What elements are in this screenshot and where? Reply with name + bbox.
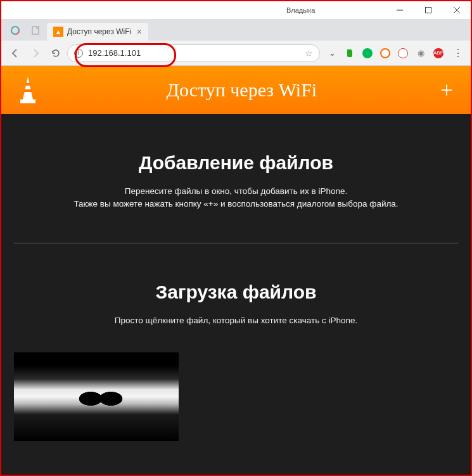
close-window-button[interactable]	[442, 1, 471, 19]
bookmark-star-icon[interactable]: ☆	[305, 48, 313, 58]
svg-rect-7	[25, 83, 30, 86]
page-header: Доступ через WiFi +	[1, 66, 471, 114]
svg-rect-6	[32, 27, 39, 34]
back-button[interactable]	[6, 44, 24, 62]
tab-strip: ▲ Доступ через WiFi ×	[1, 19, 471, 41]
download-files-heading: Загрузка файлов	[20, 281, 452, 303]
opera-ext-icon[interactable]	[397, 48, 409, 59]
browser-toolbar: i 192.168.1.101 ☆ ⌄ ◉ ABP ⋮	[1, 41, 471, 66]
tab-icon-1[interactable]	[6, 22, 24, 39]
extension-icons: ⌄ ◉ ABP	[322, 48, 448, 59]
file-thumbnail[interactable]	[14, 352, 179, 441]
reload-button[interactable]	[47, 44, 65, 62]
svg-rect-9	[20, 100, 35, 103]
address-bar[interactable]: i 192.168.1.101 ☆	[67, 44, 320, 62]
new-tab-button[interactable]	[152, 25, 167, 38]
active-tab[interactable]: ▲ Доступ через WiFi ×	[47, 23, 148, 41]
page-content: Доступ через WiFi + Добавление файлов Пе…	[1, 66, 471, 475]
chrome-menu-button[interactable]: ⋮	[450, 46, 466, 61]
add-files-section: Добавление файлов Перенесите файлы в окн…	[1, 114, 471, 243]
evernote-ext-icon[interactable]	[344, 48, 355, 59]
pocket-ext-icon[interactable]: ⌄	[326, 48, 338, 59]
window-title: Владыка	[286, 6, 315, 14]
vlc-logo-icon	[14, 74, 42, 106]
url-text: 192.168.1.101	[88, 48, 301, 58]
site-info-icon[interactable]: i	[74, 49, 83, 58]
download-files-section: Загрузка файлов Просто щёлкните файл, ко…	[1, 243, 471, 340]
green-ext-icon[interactable]	[362, 48, 373, 59]
add-files-heading: Добавление файлов	[20, 152, 452, 174]
orange-ext-icon[interactable]	[380, 48, 391, 59]
tab-label: Доступ через WiFi	[67, 27, 131, 36]
svg-rect-1	[425, 8, 431, 13]
svg-rect-8	[24, 89, 32, 92]
vlc-favicon-icon: ▲	[53, 27, 63, 37]
maximize-button[interactable]	[414, 1, 442, 19]
forward-button[interactable]	[27, 44, 44, 62]
bulb-ext-icon[interactable]: ◉	[415, 48, 426, 59]
adblock-ext-icon[interactable]: ABP	[433, 48, 444, 59]
download-files-text: Просто щёлкните файл, который вы хотите …	[20, 314, 452, 327]
page-title: Доступ через WiFi	[48, 79, 435, 101]
tab-icon-2[interactable]	[27, 22, 44, 39]
close-tab-icon[interactable]: ×	[137, 27, 142, 37]
add-file-button[interactable]: +	[435, 77, 458, 103]
add-files-text-2: Также вы можете нажать кнопку «+» и восп…	[20, 198, 452, 210]
add-files-text-1: Перенесите файлы в окно, чтобы добавить …	[20, 185, 452, 198]
minimize-button[interactable]	[385, 1, 414, 19]
window-titlebar: Владыка	[1, 1, 471, 19]
